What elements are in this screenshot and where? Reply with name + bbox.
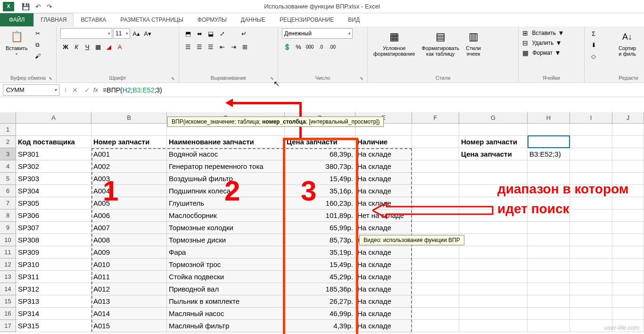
- tab-insert[interactable]: ВСТАВКА: [74, 13, 113, 26]
- clear-icon[interactable]: ◇: [588, 51, 599, 61]
- cell[interactable]: A010: [91, 259, 167, 271]
- cell[interactable]: A001: [91, 148, 167, 160]
- cell[interactable]: SP306: [16, 209, 91, 222]
- cell[interactable]: SP307: [16, 222, 91, 234]
- launcher-icon[interactable]: ⬊: [360, 76, 363, 81]
- align-center-icon[interactable]: ☰: [194, 42, 205, 52]
- increase-decimal-icon[interactable]: .0: [316, 42, 326, 52]
- cell[interactable]: [528, 124, 570, 136]
- paste-button[interactable]: 📋 Вставить ▾: [4, 28, 30, 57]
- delete-cells-button[interactable]: ⊟ Удалить ▾: [522, 38, 561, 47]
- row-header[interactable]: 10: [0, 234, 16, 246]
- number-format-combo[interactable]: Денежный: [282, 28, 353, 39]
- conditional-formatting-button[interactable]: ▦ Условное форматирование: [372, 28, 417, 58]
- row-header[interactable]: 1: [0, 124, 16, 136]
- cell[interactable]: [528, 246, 570, 259]
- enter-formula-button[interactable]: ✓: [81, 86, 93, 94]
- cell[interactable]: [612, 259, 644, 271]
- cell[interactable]: 35,16р.: [285, 185, 355, 197]
- cell[interactable]: [570, 160, 612, 173]
- row-header[interactable]: 3: [0, 148, 16, 160]
- cell[interactable]: [612, 148, 644, 160]
- cell[interactable]: [91, 124, 167, 136]
- cell[interactable]: [570, 283, 612, 295]
- row-header[interactable]: 14: [0, 283, 16, 295]
- cell[interactable]: Масляный фильтр: [167, 320, 285, 332]
- cell[interactable]: 185,36р.: [285, 283, 355, 295]
- tab-data[interactable]: ДАННЫЕ: [234, 13, 272, 26]
- cell[interactable]: Маслосборник: [167, 209, 285, 222]
- row-header[interactable]: 6: [0, 185, 16, 197]
- insert-cells-button[interactable]: ⊞ Вставить ▾: [522, 28, 563, 37]
- tab-home[interactable]: ГЛАВНАЯ: [33, 13, 74, 26]
- cell[interactable]: 35,19р.: [285, 246, 355, 259]
- increase-indent-icon[interactable]: ⇥: [228, 42, 239, 52]
- cell[interactable]: 65,99р.: [285, 222, 355, 234]
- cell[interactable]: [570, 271, 612, 283]
- cell[interactable]: Стойка подвески: [167, 271, 285, 283]
- cell[interactable]: Масляный насос: [167, 308, 285, 320]
- row-header[interactable]: 4: [0, 160, 16, 173]
- cell[interactable]: [570, 234, 612, 246]
- cell[interactable]: [459, 283, 528, 295]
- cell[interactable]: На складе: [355, 246, 412, 259]
- format-painter-icon[interactable]: 🖌: [33, 51, 43, 61]
- sort-filter-button[interactable]: A↓ Сортир и филь: [617, 28, 638, 58]
- cell[interactable]: На складе: [355, 222, 412, 234]
- cell[interactable]: [528, 271, 570, 283]
- cell[interactable]: A012: [91, 283, 167, 295]
- row-header[interactable]: 16: [0, 308, 16, 320]
- launcher-icon[interactable]: ⬊: [171, 76, 175, 81]
- cell[interactable]: [459, 160, 528, 173]
- cell[interactable]: A003: [91, 173, 167, 185]
- row-header[interactable]: 12: [0, 259, 16, 271]
- cell[interactable]: На складе: [355, 160, 412, 173]
- cell[interactable]: На складе: [355, 259, 412, 271]
- decrease-font-icon[interactable]: A▾: [142, 28, 153, 39]
- cell[interactable]: [612, 136, 644, 148]
- row-header[interactable]: 9: [0, 222, 16, 234]
- cell[interactable]: SP314: [16, 308, 91, 320]
- tab-page-layout[interactable]: РАЗМЕТКА СТРАНИЦЫ: [113, 13, 190, 26]
- row-header[interactable]: 5: [0, 173, 16, 185]
- save-icon[interactable]: 💾: [22, 3, 30, 10]
- underline-button[interactable]: Ч: [82, 42, 92, 52]
- row-header[interactable]: 13: [0, 271, 16, 283]
- tab-formulas[interactable]: ФОРМУЛЫ: [190, 13, 234, 26]
- cell[interactable]: На складе: [355, 320, 412, 332]
- cell[interactable]: [412, 185, 459, 197]
- fx-icon[interactable]: fx: [93, 86, 98, 93]
- cell[interactable]: 4,39р.: [285, 320, 355, 332]
- decrease-indent-icon[interactable]: ⇤: [217, 42, 227, 52]
- format-cells-button[interactable]: ▦ Формат ▾: [522, 48, 560, 57]
- cell[interactable]: Номер запчасти: [91, 136, 167, 148]
- cell[interactable]: [528, 308, 570, 320]
- increase-font-icon[interactable]: A▴: [131, 28, 141, 39]
- cell[interactable]: Генератор переменного тока: [167, 160, 285, 173]
- cell[interactable]: [570, 124, 612, 136]
- col-header-j[interactable]: J: [612, 112, 644, 123]
- cell[interactable]: SP313: [16, 295, 91, 308]
- cell[interactable]: [528, 222, 570, 234]
- decrease-decimal-icon[interactable]: .00: [327, 42, 338, 52]
- cell[interactable]: На складе: [355, 271, 412, 283]
- font-color-icon[interactable]: A: [115, 42, 125, 52]
- italic-button[interactable]: К: [71, 42, 82, 52]
- orientation-icon[interactable]: ⤢: [217, 28, 227, 39]
- cell[interactable]: [459, 246, 528, 259]
- cell[interactable]: Код поставщика: [16, 136, 91, 148]
- cell[interactable]: [570, 308, 612, 320]
- cell[interactable]: SP310: [16, 259, 91, 271]
- row-header[interactable]: 15: [0, 295, 16, 308]
- cell[interactable]: A008: [91, 234, 167, 246]
- cell-styles-button[interactable]: ▥ Стили ячеек: [464, 28, 483, 58]
- currency-icon[interactable]: 💲: [282, 42, 292, 52]
- cell[interactable]: [412, 283, 459, 295]
- tab-file[interactable]: ФАЙЛ: [0, 13, 33, 26]
- name-box[interactable]: СУММ: [3, 84, 59, 96]
- cell[interactable]: [459, 259, 528, 271]
- cell[interactable]: Наименование запчасти: [167, 136, 285, 148]
- cell[interactable]: A009: [91, 246, 167, 259]
- cell[interactable]: A002: [91, 160, 167, 173]
- fill-color-icon[interactable]: ◢: [104, 42, 114, 52]
